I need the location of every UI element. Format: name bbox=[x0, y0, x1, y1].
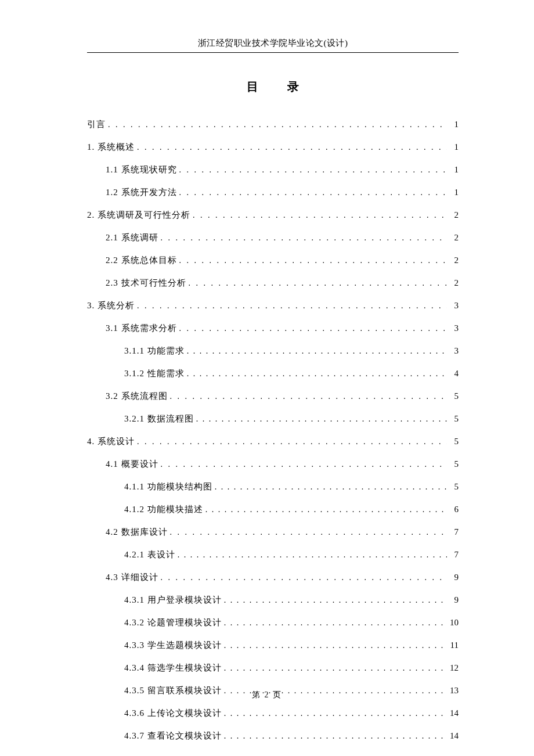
toc-entry-label: 2.3 技术可行性分析 bbox=[106, 278, 186, 289]
toc-entry-label: 1.2 系统开发方法 bbox=[106, 187, 177, 198]
toc-entry: 4.1.2 功能模块描述. . . . . . . . . . . . . . … bbox=[124, 504, 459, 515]
toc-entry-label: 3.1 系统需求分析 bbox=[106, 323, 177, 334]
toc-title: 目录 bbox=[87, 79, 459, 95]
toc-entry-page: 1 bbox=[447, 142, 459, 152]
toc-entry-label: 引言 bbox=[87, 119, 106, 130]
toc-leader-dots: . . . . . . . . . . . . . . . . . . . . … bbox=[185, 347, 447, 356]
toc-entry-label: 2.1 系统调研 bbox=[106, 232, 158, 243]
toc-entry-label: 3.2 系统流程图 bbox=[106, 391, 168, 402]
toc-leader-dots: . . . . . . . . . . . . . . . . . . . . … bbox=[158, 460, 448, 469]
toc-leader-dots: . . . . . . . . . . . . . . . . . . . . … bbox=[222, 709, 447, 718]
toc-leader-dots: . . . . . . . . . . . . . . . . . . . . … bbox=[203, 505, 447, 514]
toc-entry-label: 4.2 数据库设计 bbox=[106, 527, 168, 538]
toc-entry-page: 6 bbox=[447, 505, 459, 514]
toc-entry-label: 2. 系统调研及可行性分析 bbox=[87, 210, 190, 221]
toc-leader-dots: . . . . . . . . . . . . . . . . . . . . … bbox=[177, 188, 448, 197]
toc-entry-label: 4.3.3 学生选题模块设计 bbox=[124, 640, 222, 651]
toc-entry-label: 4.3.1 用户登录模块设计 bbox=[124, 595, 222, 606]
toc-entry-page: 9 bbox=[447, 573, 459, 582]
toc-entry: 4.1 概要设计. . . . . . . . . . . . . . . . … bbox=[106, 459, 459, 470]
toc-entry: 4.3.1 用户登录模块设计. . . . . . . . . . . . . … bbox=[124, 595, 459, 606]
toc-entry-label: 4.3.4 筛选学生模块设计 bbox=[124, 663, 222, 674]
toc-entry-label: 4.3.7 查看论文模块设计 bbox=[124, 730, 222, 741]
toc-entry: 4.3 详细设计. . . . . . . . . . . . . . . . … bbox=[106, 572, 459, 583]
document-page: 浙江经贸职业技术学院毕业论文(设计) 目录 引言. . . . . . . . … bbox=[0, 0, 534, 741]
toc-leader-dots: . . . . . . . . . . . . . . . . . . . . … bbox=[168, 392, 448, 401]
toc-leader-dots: . . . . . . . . . . . . . . . . . . . . … bbox=[185, 369, 447, 379]
toc-entry: 1.2 系统开发方法. . . . . . . . . . . . . . . … bbox=[106, 187, 459, 198]
toc-entry-label: 1.1 系统现状研究 bbox=[106, 164, 177, 175]
toc-entry-page: 11 bbox=[447, 640, 459, 650]
toc-entry-page: 9 bbox=[447, 595, 459, 605]
toc-entry-page: 12 bbox=[447, 663, 459, 673]
toc-entry: 4.1.1 功能模块结构图. . . . . . . . . . . . . .… bbox=[124, 481, 459, 492]
toc-entry: 3.1.2 性能需求. . . . . . . . . . . . . . . … bbox=[124, 368, 459, 379]
toc-entry: 4.2 数据库设计. . . . . . . . . . . . . . . .… bbox=[106, 527, 459, 538]
toc-entry-page: 2 bbox=[447, 233, 459, 243]
toc-leader-dots: . . . . . . . . . . . . . . . . . . . . … bbox=[177, 256, 448, 265]
toc-entry-page: 5 bbox=[447, 459, 459, 469]
toc-leader-dots: . . . . . . . . . . . . . . . . . . . . … bbox=[135, 143, 447, 152]
toc-leader-dots: . . . . . . . . . . . . . . . . . . . . … bbox=[190, 211, 447, 220]
toc-leader-dots: . . . . . . . . . . . . . . . . . . . . … bbox=[158, 233, 448, 243]
toc-leader-dots: . . . . . . . . . . . . . . . . . . . . … bbox=[135, 301, 447, 311]
toc-entry-label: 4.1.1 功能模块结构图 bbox=[124, 481, 212, 492]
toc-entry-page: 4 bbox=[447, 369, 459, 379]
toc-entry: 引言. . . . . . . . . . . . . . . . . . . … bbox=[87, 119, 459, 130]
toc-entry: 2.1 系统调研. . . . . . . . . . . . . . . . … bbox=[106, 232, 459, 243]
toc-entry-label: 4.3.2 论题管理模块设计 bbox=[124, 617, 222, 628]
toc-leader-dots: . . . . . . . . . . . . . . . . . . . . … bbox=[186, 279, 448, 288]
toc-entry-page: 1 bbox=[447, 165, 459, 175]
toc-entry: 4.3.2 论题管理模块设计. . . . . . . . . . . . . … bbox=[124, 617, 459, 628]
toc-entry: 3.1.1 功能需求. . . . . . . . . . . . . . . … bbox=[124, 345, 459, 357]
toc-leader-dots: . . . . . . . . . . . . . . . . . . . . … bbox=[177, 324, 448, 333]
page-footer: 第 2 页 bbox=[0, 690, 534, 700]
toc-leader-dots: . . . . . . . . . . . . . . . . . . . . … bbox=[168, 528, 448, 537]
toc-leader-dots: . . . . . . . . . . . . . . . . . . . . … bbox=[222, 664, 447, 673]
toc-entry-page: 7 bbox=[447, 527, 459, 537]
toc-leader-dots: . . . . . . . . . . . . . . . . . . . . … bbox=[177, 165, 448, 175]
toc-entry-page: 7 bbox=[447, 550, 459, 560]
toc-entry-page: 5 bbox=[447, 391, 459, 401]
toc-entry-page: 5 bbox=[447, 414, 459, 424]
toc-entry-label: 4.1 概要设计 bbox=[106, 459, 158, 470]
page-header: 浙江经贸职业技术学院毕业论文(设计) bbox=[87, 38, 459, 53]
toc-entry: 3. 系统分析. . . . . . . . . . . . . . . . .… bbox=[87, 300, 459, 311]
toc-entry-page: 3 bbox=[447, 346, 459, 356]
toc-leader-dots: . . . . . . . . . . . . . . . . . . . . … bbox=[222, 641, 447, 650]
toc-entry-label: 1. 系统概述 bbox=[87, 142, 135, 153]
toc-entry: 4.3.4 筛选学生模块设计. . . . . . . . . . . . . … bbox=[124, 663, 459, 674]
toc-entry: 4.2.1 表设计. . . . . . . . . . . . . . . .… bbox=[124, 549, 459, 560]
toc-entry-page: 14 bbox=[447, 731, 459, 741]
toc-entry-label: 3.1.2 性能需求 bbox=[124, 368, 185, 379]
toc-leader-dots: . . . . . . . . . . . . . . . . . . . . … bbox=[158, 573, 448, 582]
toc-entry: 1. 系统概述. . . . . . . . . . . . . . . . .… bbox=[87, 142, 459, 153]
toc-entry-label: 4.3 详细设计 bbox=[106, 572, 158, 583]
toc-leader-dots: . . . . . . . . . . . . . . . . . . . . … bbox=[106, 120, 447, 129]
toc-entry-page: 1 bbox=[447, 120, 459, 129]
toc-entry-page: 14 bbox=[447, 708, 459, 718]
toc-entry: 1.1 系统现状研究. . . . . . . . . . . . . . . … bbox=[106, 164, 459, 175]
toc-entry-label: 3.2.1 数据流程图 bbox=[124, 413, 194, 424]
toc-leader-dots: . . . . . . . . . . . . . . . . . . . . … bbox=[222, 618, 447, 628]
toc-entry: 2.2 系统总体目标. . . . . . . . . . . . . . . … bbox=[106, 255, 459, 266]
toc-entry: 3.1 系统需求分析. . . . . . . . . . . . . . . … bbox=[106, 323, 459, 334]
toc-entry-page: 2 bbox=[447, 278, 459, 288]
toc-entry-page: 1 bbox=[447, 188, 459, 197]
toc-entry-label: 4. 系统设计 bbox=[87, 436, 135, 447]
toc-entry: 2. 系统调研及可行性分析. . . . . . . . . . . . . .… bbox=[87, 210, 459, 221]
toc-entry: 4.3.7 查看论文模块设计. . . . . . . . . . . . . … bbox=[124, 730, 459, 741]
toc-leader-dots: . . . . . . . . . . . . . . . . . . . . … bbox=[135, 437, 447, 447]
toc-container: 引言. . . . . . . . . . . . . . . . . . . … bbox=[87, 119, 459, 741]
toc-leader-dots: . . . . . . . . . . . . . . . . . . . . … bbox=[222, 732, 447, 741]
toc-leader-dots: . . . . . . . . . . . . . . . . . . . . … bbox=[222, 596, 447, 605]
toc-entry: 2.3 技术可行性分析. . . . . . . . . . . . . . .… bbox=[106, 278, 459, 289]
toc-entry-label: 4.2.1 表设计 bbox=[124, 549, 175, 560]
toc-entry-page: 3 bbox=[447, 323, 459, 333]
toc-entry: 3.2 系统流程图. . . . . . . . . . . . . . . .… bbox=[106, 391, 459, 402]
toc-entry-label: 3. 系统分析 bbox=[87, 300, 135, 311]
toc-entry-page: 10 bbox=[447, 618, 459, 628]
toc-entry-page: 5 bbox=[447, 482, 459, 492]
toc-entry-page: 2 bbox=[447, 210, 459, 220]
toc-entry-page: 2 bbox=[447, 255, 459, 265]
